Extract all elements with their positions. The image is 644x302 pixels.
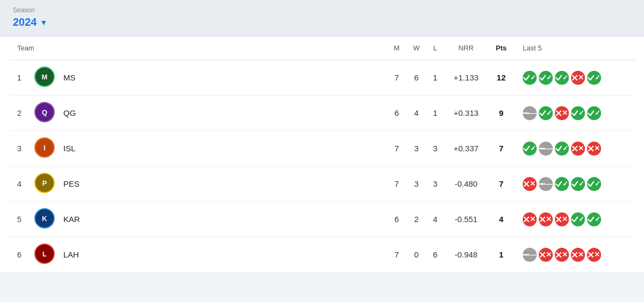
win-icon — [571, 106, 585, 120]
rank-cell: 5 — [9, 202, 30, 237]
season-selector[interactable]: 2024 ▼ — [13, 16, 631, 28]
draw-icon — [539, 142, 553, 156]
win-icon — [555, 177, 569, 191]
team-name-cell[interactable]: LAH — [59, 237, 387, 272]
team-logo-svg: L — [34, 244, 55, 264]
team-name-cell[interactable]: ISL — [59, 131, 387, 166]
wins-cell: 3 — [406, 166, 427, 202]
wins-cell: 3 — [406, 131, 427, 166]
team-logo-svg: M — [34, 67, 55, 87]
table-header-row: Team M W L NRR Pts Last 5 — [9, 36, 635, 60]
table-row: 5KKAR624-0.5514 — [9, 202, 635, 237]
pts-cell: 1 — [488, 237, 514, 272]
season-header: Season 2024 ▼ — [0, 0, 644, 36]
chevron-down-icon: ▼ — [40, 18, 48, 27]
svg-text:Q: Q — [42, 108, 47, 116]
loss-icon — [587, 248, 601, 262]
nrr-cell: +1.133 — [444, 60, 488, 95]
loss-icon — [571, 71, 585, 85]
rank-cell: 2 — [9, 95, 30, 131]
draw-icon — [539, 177, 553, 191]
pts-cell: 9 — [488, 95, 514, 131]
pts-cell: 12 — [488, 60, 514, 95]
team-name-cell[interactable]: MS — [59, 60, 387, 95]
loss-icon — [539, 212, 553, 226]
losses-cell: 4 — [427, 202, 444, 237]
pts-cell: 7 — [488, 131, 514, 166]
col-team: Team — [9, 36, 387, 60]
team-name-cell[interactable]: KAR — [59, 202, 387, 237]
last5-cell — [514, 202, 635, 237]
matches-cell: 7 — [387, 237, 406, 272]
losses-cell: 3 — [427, 166, 444, 202]
losses-cell: 6 — [427, 237, 444, 272]
result-icons-group — [523, 142, 631, 156]
team-logo-svg: I — [34, 137, 55, 158]
matches-cell: 7 — [387, 131, 406, 166]
wins-cell: 2 — [406, 202, 427, 237]
last5-cell — [514, 60, 635, 95]
rank-cell: 3 — [9, 131, 30, 166]
last5-cell — [514, 131, 635, 166]
result-icons-group — [523, 71, 631, 85]
col-w: W — [406, 36, 427, 60]
result-icons-group — [523, 248, 631, 262]
season-value: 2024 — [13, 16, 37, 28]
matches-cell: 6 — [387, 95, 406, 131]
loss-icon — [571, 142, 585, 156]
matches-cell: 6 — [387, 202, 406, 237]
svg-text:L: L — [42, 250, 47, 258]
win-icon — [587, 106, 601, 120]
svg-text:P: P — [42, 179, 47, 187]
losses-cell: 1 — [427, 95, 444, 131]
last5-cell — [514, 95, 635, 131]
rank-cell: 4 — [9, 166, 30, 202]
win-icon — [587, 212, 601, 226]
loss-icon — [539, 248, 553, 262]
win-icon — [523, 142, 537, 156]
win-icon — [555, 142, 569, 156]
svg-text:K: K — [42, 215, 47, 223]
wins-cell: 0 — [406, 237, 427, 272]
pts-cell: 7 — [488, 166, 514, 202]
col-nrr: NRR — [444, 36, 488, 60]
season-label: Season — [13, 6, 631, 14]
team-logo-svg: Q — [34, 102, 55, 122]
losses-cell: 3 — [427, 131, 444, 166]
standings-table-container: Team M W L NRR Pts Last 5 1MMS761+1.1331… — [0, 36, 644, 272]
nrr-cell: -0.480 — [444, 166, 488, 202]
col-l: L — [427, 36, 444, 60]
result-icons-group — [523, 106, 631, 120]
team-logo-cell: P — [30, 166, 59, 202]
col-m: M — [387, 36, 406, 60]
nrr-cell: +0.313 — [444, 95, 488, 131]
win-icon — [555, 71, 569, 85]
team-logo-cell: L — [30, 237, 59, 272]
loss-icon — [555, 212, 569, 226]
loss-icon — [523, 177, 537, 191]
nrr-cell: -0.948 — [444, 237, 488, 272]
result-icons-group — [523, 177, 631, 191]
table-row: 6LLAH706-0.9481 — [9, 237, 635, 272]
win-icon — [587, 177, 601, 191]
standings-table: Team M W L NRR Pts Last 5 1MMS761+1.1331… — [9, 36, 635, 272]
draw-icon — [523, 248, 537, 262]
team-name-cell[interactable]: PES — [59, 166, 387, 202]
loss-icon — [587, 142, 601, 156]
rank-cell: 6 — [9, 237, 30, 272]
team-logo-cell: M — [30, 60, 59, 95]
rank-cell: 1 — [9, 60, 30, 95]
win-icon — [571, 177, 585, 191]
win-icon — [587, 71, 601, 85]
table-row: 1MMS761+1.13312 — [9, 60, 635, 95]
table-row: 4PPES733-0.4807 — [9, 166, 635, 202]
team-logo-cell: I — [30, 131, 59, 166]
loss-icon — [555, 106, 569, 120]
win-icon — [571, 212, 585, 226]
svg-text:M: M — [42, 73, 48, 81]
team-logo-cell: K — [30, 202, 59, 237]
loss-icon — [523, 212, 537, 226]
win-icon — [539, 106, 553, 120]
team-name-cell[interactable]: QG — [59, 95, 387, 131]
loss-icon — [571, 248, 585, 262]
